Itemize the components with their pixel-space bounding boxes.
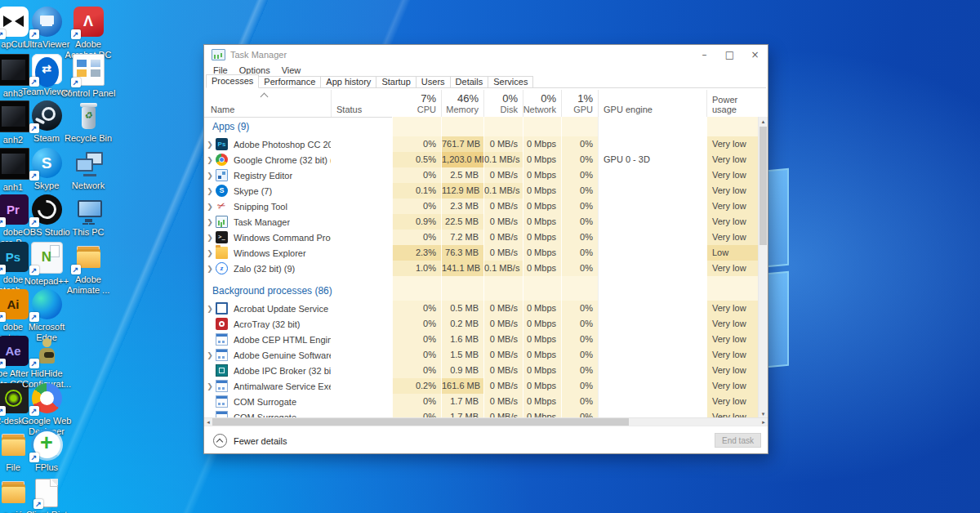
- tab-services[interactable]: Services: [488, 76, 533, 87]
- scroll-left-icon[interactable]: ◂: [204, 418, 212, 426]
- process-row[interactable]: ❯PsAdobe Photoshop CC 2018 (12)0%761.7 M…: [204, 136, 758, 152]
- process-row[interactable]: ❯Task Manager0.9%22.5 MB0 MB/s0 Mbps0%Ve…: [204, 214, 758, 230]
- cell-status: [331, 136, 392, 152]
- section-header[interactable]: Background processes (86): [204, 281, 758, 301]
- column-header-network[interactable]: 0%Network: [523, 90, 561, 117]
- horizontal-scrollbar[interactable]: ◂ ▸: [204, 417, 768, 426]
- desktop-icon-client-riot[interactable]: ↗Client Riot: [10, 477, 83, 513]
- column-header-row: Name Status 7%CPU46%Memory0%Disk0%Networ…: [204, 90, 758, 118]
- cell-memory: 1,203.0 MB: [441, 152, 483, 167]
- expand-chevron-icon[interactable]: ❯: [204, 305, 216, 313]
- vertical-scrollbar-thumb[interactable]: [760, 127, 767, 245]
- cell-cpu: 0%: [392, 167, 441, 183]
- process-row[interactable]: COM Surrogate0%1.7 MB0 MB/s0 Mbps0%Very …: [204, 394, 758, 409]
- cell-status: [331, 347, 392, 363]
- scroll-right-icon[interactable]: ▸: [760, 418, 768, 426]
- process-row[interactable]: ❯zZalo (32 bit) (9)1.0%141.1 MB0.1 MB/s0…: [204, 261, 758, 276]
- process-row[interactable]: ❯Antimalware Service Executable0.2%161.6…: [204, 378, 758, 394]
- zalo-icon: z: [216, 262, 228, 274]
- desktop-icon-control-panel[interactable]: ↗Control Panel: [51, 54, 125, 99]
- cell-disk: 0 MB/s: [483, 363, 523, 378]
- column-header-gpu[interactable]: 1%GPU: [561, 90, 598, 117]
- cell-disk: 0 MB/s: [483, 378, 523, 394]
- process-row[interactable]: ❯Acrobat Update Service (32 bit)0%0.5 MB…: [204, 301, 758, 316]
- expand-chevron-icon[interactable]: ❯: [204, 141, 216, 149]
- column-header-power-usage[interactable]: Power usage: [706, 90, 758, 117]
- footer-bar: Fewer details End task: [204, 426, 768, 453]
- expand-chevron-icon[interactable]: ❯: [204, 382, 216, 390]
- end-task-button[interactable]: End task: [715, 433, 761, 448]
- column-header-memory[interactable]: 46%Memory: [441, 90, 483, 117]
- expand-chevron-icon[interactable]: ❯: [204, 218, 216, 226]
- process-name: Antimalware Service Executable: [234, 381, 331, 391]
- fewer-details-toggle[interactable]: Fewer details: [213, 434, 287, 448]
- desktop-icon-microsoft-edge[interactable]: ↗MicrosoftEdge: [10, 289, 83, 343]
- process-name: Windows Command Processor ...: [234, 233, 331, 243]
- tab-users[interactable]: Users: [416, 76, 451, 87]
- desktop-icon-adobe-acrobat-dc[interactable]: Λ↗AdobeAcrobat DC: [51, 7, 125, 60]
- horizontal-scrollbar-thumb[interactable]: [212, 418, 629, 426]
- process-row[interactable]: ❯>_Windows Command Processor ...0%7.2 MB…: [204, 230, 758, 245]
- column-header-disk[interactable]: 0%Disk: [483, 90, 523, 117]
- tab-startup[interactable]: Startup: [376, 76, 416, 87]
- expand-chevron-icon[interactable]: ❯: [204, 172, 216, 180]
- section-header[interactable]: Apps (9): [204, 117, 758, 136]
- shortcut-arrow-icon: ↗: [0, 217, 6, 227]
- cell-network: 0 Mbps: [523, 347, 561, 363]
- expand-chevron-icon[interactable]: ❯: [204, 351, 216, 359]
- cell-power-usage: Low: [706, 245, 758, 261]
- cell-network: 0 Mbps: [523, 245, 561, 261]
- expand-chevron-icon[interactable]: ❯: [204, 187, 216, 195]
- column-header-cpu[interactable]: 7%CPU: [392, 90, 441, 117]
- expand-chevron-icon[interactable]: ❯: [204, 249, 216, 257]
- process-row[interactable]: Adobe IPC Broker (32 bit)0%0.9 MB0 MB/s0…: [204, 363, 758, 378]
- tab-performance[interactable]: Performance: [258, 76, 321, 87]
- scroll-up-icon[interactable]: ▴: [759, 117, 768, 126]
- desktop-icon-this-pc[interactable]: This PC: [51, 194, 125, 238]
- shortcut-arrow-icon: ↗: [29, 29, 39, 39]
- desktop-icon-recycle-bin[interactable]: ♻Recycle Bin: [51, 100, 125, 144]
- cell-power-usage: Very low: [706, 152, 758, 167]
- process-name: Acrobat Update Service (32 bit): [234, 304, 331, 314]
- process-name: Registry Editor: [234, 171, 292, 181]
- vertical-scrollbar[interactable]: ▴ ▾: [758, 117, 768, 418]
- cell-cpu: 0.1%: [392, 183, 441, 199]
- cell-gpu: [561, 281, 598, 301]
- process-row[interactable]: ❯Windows Explorer2.3%76.3 MB0 MB/s0 Mbps…: [204, 245, 758, 261]
- minimize-button[interactable]: –: [692, 45, 717, 65]
- shortcut-arrow-icon: ↗: [29, 77, 39, 87]
- cell-gpu: 0%: [561, 136, 598, 152]
- title-bar[interactable]: Task Manager – □ ×: [204, 45, 768, 65]
- cell-disk: 0.1 MB/s: [483, 183, 523, 199]
- column-header-name[interactable]: Name: [204, 90, 331, 117]
- cell-disk: 0 MB/s: [483, 136, 523, 152]
- tab-app-history[interactable]: App history: [320, 76, 376, 87]
- process-row[interactable]: Adobe CEP HTML Engine0%1.6 MB0 MB/s0 Mbp…: [204, 332, 758, 347]
- desktop-icon-network[interactable]: Network: [51, 148, 125, 191]
- process-row[interactable]: ❯Google Chrome (32 bit) (18)0.5%1,203.0 …: [204, 152, 758, 167]
- column-header-status[interactable]: Status: [331, 90, 392, 117]
- expand-chevron-icon[interactable]: ❯: [204, 156, 216, 164]
- close-button[interactable]: ×: [742, 45, 768, 65]
- cell-status: [331, 301, 392, 316]
- process-row[interactable]: ❯Adobe Genuine Software Servic...0%1.5 M…: [204, 347, 758, 363]
- maximize-button[interactable]: □: [717, 45, 742, 65]
- desktop-icon-fplus[interactable]: +↗FPlus: [10, 430, 83, 473]
- desktop-icon-adobe-animate[interactable]: ↗AdobeAnimate ...: [51, 242, 125, 296]
- cell-memory: 0.5 MB: [441, 301, 483, 316]
- cell-disk: 0 MB/s: [483, 230, 523, 245]
- expand-chevron-icon[interactable]: ❯: [204, 234, 216, 242]
- cell-network: 0 Mbps: [523, 301, 561, 316]
- explorer-icon: [216, 247, 228, 259]
- shortcut-arrow-icon: ↗: [29, 406, 39, 416]
- tab-details[interactable]: Details: [450, 76, 489, 87]
- expand-chevron-icon[interactable]: ❯: [204, 265, 216, 273]
- process-row[interactable]: ❯Registry Editor0%2.5 MB0 MB/s0 Mbps0%Ve…: [204, 167, 758, 183]
- tab-processes[interactable]: Processes: [206, 74, 259, 88]
- cell-gpu: 0%: [561, 230, 598, 245]
- process-row[interactable]: ❯✂Snipping Tool0%2.3 MB0 MB/s0 Mbps0%Ver…: [204, 199, 758, 214]
- column-header-gpu-engine[interactable]: GPU engine: [598, 90, 706, 117]
- process-row[interactable]: ❯SSkype (7)0.1%112.9 MB0.1 MB/s0 Mbps0%V…: [204, 183, 758, 199]
- desktop-icon-hidhide-configurat[interactable]: ↗HidHideConfigurat...: [10, 336, 83, 390]
- process-row[interactable]: AcroTray (32 bit)0%0.2 MB0 MB/s0 Mbps0%V…: [204, 316, 758, 332]
